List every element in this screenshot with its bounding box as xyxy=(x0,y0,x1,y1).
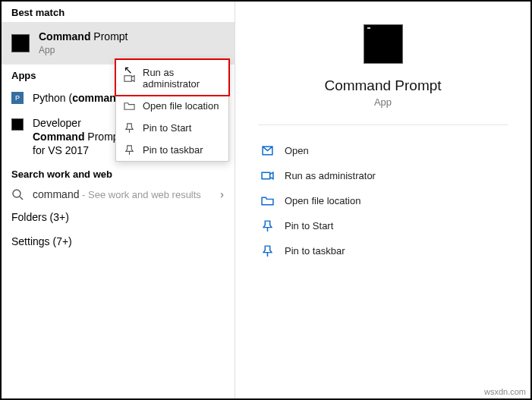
svg-point-0 xyxy=(13,190,20,197)
context-label: Pin to Start xyxy=(143,122,191,134)
search-web-header: Search work and web xyxy=(2,163,235,184)
context-pin-to-start[interactable]: Pin to Start xyxy=(116,117,228,139)
best-match-header: Best match xyxy=(2,2,235,22)
context-open-file-location[interactable]: Open file location xyxy=(116,95,228,117)
context-label: Open file location xyxy=(143,100,219,112)
context-label: Pin to taskbar xyxy=(143,144,203,156)
action-open[interactable]: Open xyxy=(258,139,508,162)
folder-icon xyxy=(124,100,135,112)
pin-icon xyxy=(124,144,135,156)
admin-shield-icon xyxy=(261,169,274,182)
svg-line-1 xyxy=(20,197,23,200)
chevron-right-icon: › xyxy=(220,188,224,200)
search-web-text: command - See work and web results xyxy=(33,188,201,200)
folder-icon xyxy=(261,194,274,207)
action-label: Pin to Start xyxy=(285,220,333,231)
detail-pane: Command Prompt App Open Run as administr… xyxy=(235,2,530,398)
terminal-icon xyxy=(11,118,24,131)
watermark-text: wsxdn.com xyxy=(484,387,526,396)
action-label: Open file location xyxy=(285,195,360,206)
action-label: Open xyxy=(285,145,309,156)
category-folders[interactable]: Folders (3+) xyxy=(2,205,235,229)
admin-shield-icon xyxy=(124,73,135,84)
action-label: Run as administrator xyxy=(285,170,376,181)
pin-icon xyxy=(261,244,274,257)
best-match-subtitle: App xyxy=(39,45,127,56)
action-label: Pin to taskbar xyxy=(285,245,345,257)
context-pin-to-taskbar[interactable]: Pin to taskbar xyxy=(116,139,228,161)
search-icon xyxy=(11,188,24,200)
app-title: Developer Command Prompt for VS 2017 xyxy=(33,116,124,158)
pin-icon xyxy=(124,122,135,134)
terminal-icon-large xyxy=(364,24,403,64)
detail-subtitle: App xyxy=(374,96,392,108)
category-settings[interactable]: Settings (7+) xyxy=(2,229,235,254)
open-icon xyxy=(261,144,274,157)
svg-rect-4 xyxy=(262,172,270,179)
svg-rect-2 xyxy=(124,75,131,81)
best-match-title: Command Prompt xyxy=(39,30,127,44)
action-run-as-admin[interactable]: Run as administrator xyxy=(258,164,508,187)
search-results-pane: Best match Command Prompt App Apps P Pyt… xyxy=(2,2,235,398)
python-icon: P xyxy=(11,92,24,104)
context-menu: Run as administrator Open file location … xyxy=(115,59,229,162)
action-pin-to-taskbar[interactable]: Pin to taskbar xyxy=(258,239,508,263)
action-pin-to-start[interactable]: Pin to Start xyxy=(258,214,508,238)
action-open-file-location[interactable]: Open file location xyxy=(258,189,508,213)
pin-icon xyxy=(261,219,274,232)
terminal-icon xyxy=(11,34,30,52)
context-run-as-admin[interactable]: Run as administrator xyxy=(115,58,230,96)
context-label: Run as administrator xyxy=(143,67,221,90)
search-web-row[interactable]: command - See work and web results › xyxy=(2,184,235,205)
detail-title: Command Prompt xyxy=(324,77,441,94)
